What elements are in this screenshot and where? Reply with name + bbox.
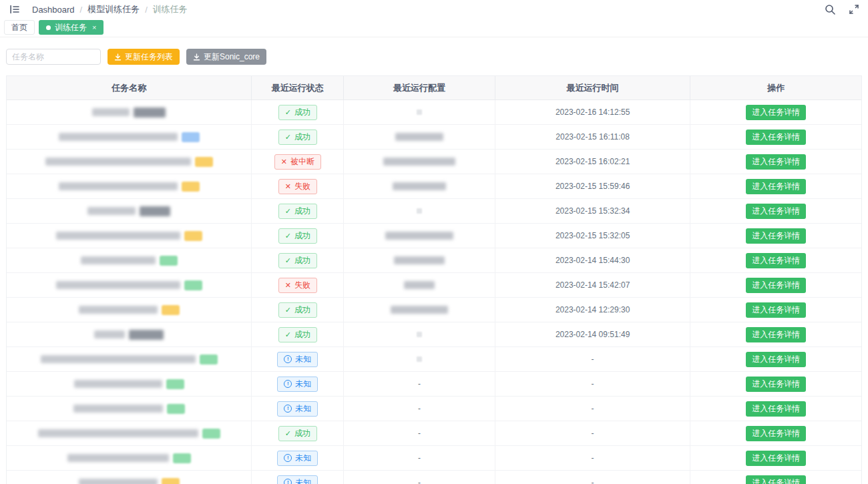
cell-run-time: 2023-02-14 12:29:30 (495, 298, 691, 322)
cell-run-time: 2023-02-16 14:12:55 (495, 100, 691, 125)
cell-run-status: ✕失败 (252, 174, 344, 199)
status-success-icon: ✓ (285, 232, 291, 240)
status-label: 未知 (295, 477, 311, 484)
status-label: 未知 (295, 453, 311, 464)
status-unknown-icon: ! (284, 405, 292, 413)
status-badge-success: ✓成功 (278, 228, 317, 244)
cell-run-config: - (344, 471, 495, 484)
tab-training-tasks-label: 训练任务 (55, 22, 87, 33)
task-tag-green (160, 256, 178, 266)
tab-home-label: 首页 (11, 22, 27, 33)
redacted-task-name (140, 206, 170, 216)
table-row: ✓成功--进入任务详情 (7, 421, 861, 446)
enter-task-detail-button[interactable]: 进入任务详情 (746, 228, 806, 244)
cell-run-time: - (495, 421, 691, 446)
cell-task-name (7, 397, 252, 421)
redacted-config-dot (417, 356, 422, 362)
task-tag-green (167, 404, 185, 414)
table-row: ✓成功2023-02-14 15:44:30进入任务详情 (7, 248, 861, 273)
cell-run-config (344, 273, 495, 298)
status-badge-success: ✓成功 (278, 253, 317, 268)
breadcrumb-model-training[interactable]: 模型训练任务 (87, 3, 140, 15)
tab-training-tasks[interactable]: 训练任务 × (39, 20, 103, 35)
tab-close-icon[interactable]: × (92, 24, 96, 31)
fullscreen-icon[interactable] (848, 3, 860, 15)
cell-run-config (344, 150, 495, 174)
update-sonic-core-button[interactable]: 更新Sonic_core (186, 49, 266, 65)
active-tab-dot-icon (46, 25, 51, 30)
cell-run-config (344, 347, 495, 372)
enter-task-detail-button[interactable]: 进入任务详情 (746, 278, 806, 293)
cell-task-name (7, 125, 252, 150)
cell-run-time: - (495, 446, 691, 471)
enter-task-detail-button[interactable]: 进入任务详情 (746, 302, 806, 318)
cell-action: 进入任务详情 (690, 150, 861, 174)
enter-task-detail-button[interactable]: 进入任务详情 (746, 130, 806, 145)
cell-action: 进入任务详情 (690, 248, 861, 273)
status-success-icon: ✓ (285, 109, 291, 116)
redacted-config-dot (417, 208, 422, 214)
status-success-icon: ✓ (285, 430, 291, 437)
search-icon[interactable] (824, 3, 836, 15)
status-unknown-icon: ! (284, 380, 292, 388)
status-badge-success: ✓成功 (278, 130, 317, 145)
redacted-task-name (79, 479, 158, 484)
config-empty-dash: - (418, 478, 421, 484)
redacted-task-name (134, 107, 166, 117)
cell-task-name (7, 347, 252, 372)
enter-task-detail-button[interactable]: 进入任务详情 (746, 204, 806, 219)
cell-action: 进入任务详情 (690, 347, 861, 372)
cell-run-status: ✕失败 (252, 273, 344, 298)
redacted-task-name (45, 158, 191, 166)
redacted-task-name (94, 330, 125, 338)
enter-task-detail-button[interactable]: 进入任务详情 (746, 154, 806, 170)
cell-run-status: !未知 (252, 471, 344, 484)
task-tag-green (173, 453, 191, 463)
task-tag-green (184, 280, 202, 290)
enter-task-detail-button[interactable]: 进入任务详情 (746, 179, 806, 194)
task-tag-yellow (184, 231, 202, 241)
enter-task-detail-button[interactable]: 进入任务详情 (746, 426, 806, 441)
enter-task-detail-button[interactable]: 进入任务详情 (746, 377, 806, 392)
redacted-task-name (81, 256, 156, 264)
status-badge-unknown: !未知 (277, 352, 318, 367)
status-label: 成功 (294, 255, 310, 266)
cell-run-config: - (344, 397, 495, 421)
cell-task-name (7, 248, 252, 273)
cell-run-status: ✓成功 (252, 298, 344, 322)
cell-run-time: - (495, 372, 691, 397)
enter-task-detail-button[interactable]: 进入任务详情 (746, 105, 806, 120)
cell-task-name (7, 421, 252, 446)
redacted-task-name (67, 454, 169, 462)
cell-run-status: ✕被中断 (252, 150, 344, 174)
enter-task-detail-button[interactable]: 进入任务详情 (746, 401, 806, 417)
tab-home[interactable]: 首页 (4, 20, 35, 35)
enter-task-detail-button[interactable]: 进入任务详情 (746, 327, 806, 342)
status-failed-icon: ✕ (285, 282, 291, 289)
cell-run-status: ✓成功 (252, 199, 344, 224)
cell-run-time: - (495, 471, 691, 484)
task-tag-yellow (195, 157, 213, 167)
cell-run-status: ✓成功 (252, 322, 344, 347)
cell-run-time: 2023-02-15 15:32:34 (495, 199, 691, 224)
cell-run-time: - (495, 347, 691, 372)
enter-task-detail-button[interactable]: 进入任务详情 (746, 352, 806, 367)
enter-task-detail-button[interactable]: 进入任务详情 (746, 475, 806, 484)
status-unknown-icon: ! (284, 454, 292, 462)
cell-run-config (344, 125, 495, 150)
menu-collapse-icon[interactable] (8, 3, 21, 16)
cell-run-time: 2023-02-15 16:11:08 (495, 125, 691, 150)
enter-task-detail-button[interactable]: 进入任务详情 (746, 253, 806, 268)
breadcrumb-dashboard[interactable]: Dashboard (32, 5, 75, 15)
status-badge-success: ✓成功 (278, 327, 317, 342)
redacted-config (393, 182, 446, 190)
redacted-config-dot (417, 332, 422, 337)
update-task-list-button[interactable]: 更新任务列表 (107, 49, 180, 65)
task-name-search-input[interactable] (6, 49, 101, 65)
table-row: !未知--进入任务详情 (7, 397, 861, 421)
status-success-icon: ✓ (285, 306, 291, 314)
redacted-task-name (73, 405, 163, 413)
enter-task-detail-button[interactable]: 进入任务详情 (746, 451, 806, 466)
task-tag-yellow (162, 305, 180, 315)
redacted-task-name (79, 306, 158, 314)
